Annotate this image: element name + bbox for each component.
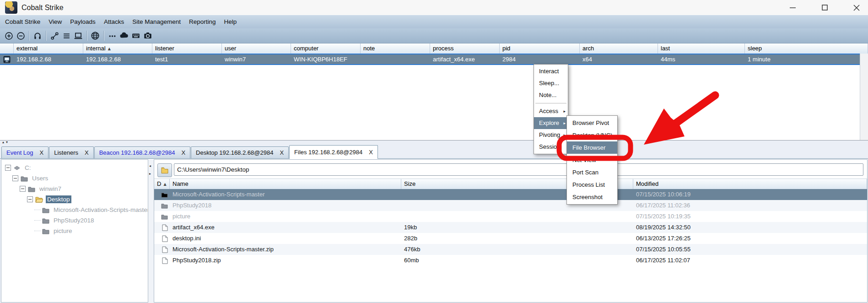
menu-item-explore[interactable]: Explore▸ [534,117,568,129]
menu-item-access[interactable]: Access▸ [534,105,568,117]
file-row[interactable]: artifact_x64.exe 19kb 08/19/2025 14:32:5… [154,222,867,233]
submenu-arrow-icon: ▸ [563,105,566,117]
tab-event-log[interactable]: Event LogX [1,146,49,158]
column-header-modified[interactable]: Modified [633,179,867,189]
tree-splitter[interactable]: ◂▸ [148,159,154,303]
menu-item-screenshot[interactable]: Screenshot [567,191,617,203]
tree-collapse-icon[interactable] [27,196,33,202]
session-process: artifact_x64.exe [430,54,500,64]
tab-close-icon[interactable]: X [369,149,373,156]
menu-item-session[interactable]: Session [534,141,568,153]
column-header-sleep[interactable]: sleep [745,43,868,54]
splitter-down-icon[interactable]: ▾ [6,140,10,144]
folder-up-button[interactable] [157,163,172,177]
menu-cobalt-strike[interactable]: Cobalt Strike [1,15,44,28]
file-row[interactable]: PhpStudy2018 06/17/2025 11:02:36 [154,200,867,211]
graph-view-icon[interactable] [49,30,60,42]
column-header-user[interactable]: user [222,43,291,54]
tree-collapse-icon[interactable] [12,175,18,181]
tab-close-icon[interactable]: X [85,149,89,156]
sessions-scrollbar[interactable] [860,54,868,141]
session-listener: test1 [152,54,222,64]
downloads-icon[interactable] [118,30,130,42]
table-view-icon[interactable] [60,30,72,42]
file-rows: Microsoft-Activation-Scripts-master 07/1… [154,189,867,302]
directory-tree: C: Users winwin7 Desktop [1,159,148,303]
keystrokes-icon[interactable] [106,30,118,42]
tree-collapse-icon[interactable] [5,165,11,171]
splitter-arrows[interactable]: ▴▾ [2,140,10,144]
menu-attacks[interactable]: Attacks [100,15,128,28]
minimize-button[interactable] [786,2,799,14]
session-row[interactable]: 192.168.2.68 192.168.2.68 test1 winwin7 … [0,54,868,65]
column-header-pid[interactable]: pid [500,43,580,54]
new-connection-icon[interactable] [3,30,15,42]
menu-item-desktop-vnc[interactable]: Desktop (VNC) [567,129,617,141]
column-header-external[interactable]: external [14,43,83,54]
column-header-name[interactable]: Name [170,179,401,189]
folder-icon [42,217,49,224]
folder-icon [154,203,170,209]
splitter-up-icon[interactable]: ▴ [2,140,6,144]
column-header-computer[interactable]: computer [291,43,361,54]
session-user: winwin7 [222,54,291,64]
listeners-icon[interactable] [32,30,43,42]
credentials-icon[interactable] [130,30,142,42]
menu-payloads[interactable]: Payloads [66,15,100,28]
menu-item-port-scan[interactable]: Port Scan [567,166,617,179]
menu-item-sleep[interactable]: Sleep... [534,77,568,89]
menu-site-management[interactable]: Site Management [128,15,185,28]
menu-item-interact[interactable]: Interact [534,65,568,77]
file-row[interactable]: Microsoft-Activation-Scripts-master 07/1… [154,189,867,200]
tree-item-c-drive[interactable]: C: [1,162,148,173]
column-header-process[interactable]: process [430,43,500,54]
splitter-left-icon[interactable]: ◂ [149,164,151,168]
close-button[interactable] [850,2,863,14]
column-header-note[interactable]: note [361,43,430,54]
tree-item-phpstudy-folder[interactable]: PhpStudy2018 [1,215,148,226]
tree-item-picture-folder[interactable]: picture [1,226,148,236]
session-sleep: 1 minute [745,54,868,64]
toolbar-separator [103,31,104,41]
menu-item-note[interactable]: Note... [534,89,568,101]
tab-close-icon[interactable]: X [280,149,284,156]
disconnect-icon[interactable] [15,30,27,42]
tree-item-winwin7[interactable]: winwin7 [1,184,148,194]
menu-item-browser-pivot[interactable]: Browser Pivot [567,117,617,129]
column-header-listener[interactable]: listener [152,43,222,54]
console-icon[interactable] [72,30,84,42]
column-header-arch[interactable]: arch [580,43,658,54]
path-input[interactable] [174,163,863,176]
menu-reporting[interactable]: Reporting [185,15,220,28]
folder-icon [154,192,170,198]
tab-close-icon[interactable]: X [181,149,185,156]
tree-item-desktop[interactable]: Desktop [1,194,148,205]
menu-item-pivoting[interactable]: Pivoting▸ [534,129,568,141]
web-log-icon[interactable] [89,30,101,42]
tab-desktop[interactable]: Desktop 192.168.2.68@2984X [191,146,289,158]
file-row[interactable]: desktop.ini 282b 06/13/2025 17:26:25 [154,233,867,244]
menu-item-file-browser[interactable]: File Browser [567,141,617,154]
tab-files[interactable]: Files 192.168.2.68@2984X [289,145,378,159]
tab-beacon[interactable]: Beacon 192.168.2.68@2984X [94,146,190,158]
menu-view[interactable]: View [44,15,66,28]
tab-close-icon[interactable]: X [40,149,44,156]
menu-item-net-view[interactable]: Net View [567,154,617,166]
file-icon [154,224,170,231]
screenshots-icon[interactable] [142,30,154,42]
menu-item-process-list[interactable]: Process List [567,179,617,191]
file-row[interactable]: PhpStudy2018.zip 60mb 06/17/2025 11:02:0… [154,255,867,266]
tree-item-mas-folder[interactable]: Microsoft-Activation-Scripts-master [1,205,148,215]
file-row[interactable]: Microsoft-Activation-Scripts-master.zip … [154,244,867,255]
tab-listeners[interactable]: ListenersX [49,146,93,158]
tree-collapse-icon[interactable] [20,186,26,192]
sort-asc-icon: ▲ [163,182,166,186]
file-row[interactable]: picture 07/15/2025 10:19:35 [154,211,867,222]
maximize-button[interactable] [818,2,831,14]
column-header-internal[interactable]: internal▲ [83,43,152,54]
column-header-d[interactable]: D▲ [154,179,170,189]
column-header-last[interactable]: last [658,43,745,54]
menu-help[interactable]: Help [220,15,241,28]
splitter-right-icon[interactable]: ▸ [149,172,151,176]
tree-item-users[interactable]: Users [1,173,148,184]
